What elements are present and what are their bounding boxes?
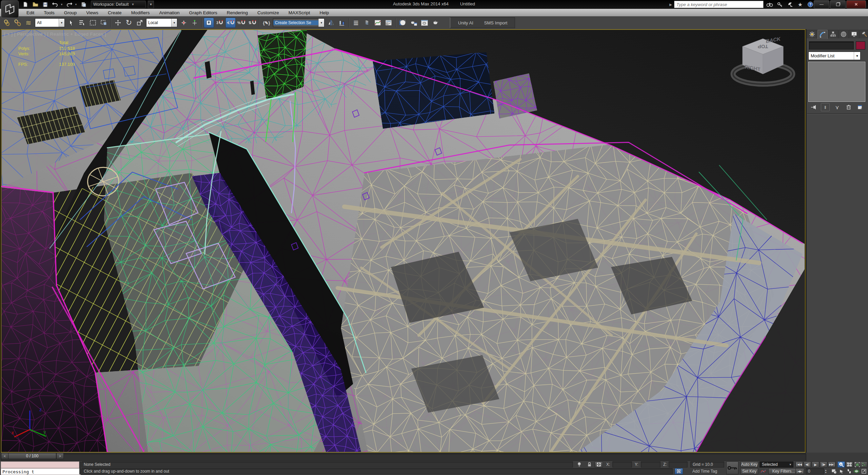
track-bar[interactable] (1, 453, 806, 461)
infocenter-collapse-icon[interactable]: ▶ (669, 3, 672, 6)
time-slider-handle[interactable]: 0 / 100 (8, 453, 56, 459)
schematic-view-icon[interactable] (383, 18, 394, 28)
remove-modifier-icon[interactable] (845, 103, 853, 111)
default-in-out-tangents-icon[interactable] (760, 468, 767, 474)
time-configuration-icon[interactable] (831, 468, 837, 474)
listener-splitter[interactable] (79, 461, 81, 474)
project-folder-button[interactable] (79, 1, 88, 8)
z-coord-field[interactable] (669, 461, 688, 468)
scene-canvas[interactable] (1, 30, 805, 452)
snap-toggle-3d-icon[interactable]: 3 (215, 18, 225, 28)
tab-hierarchy[interactable] (828, 30, 838, 38)
previous-frame-button[interactable]: ◀|| (804, 461, 811, 468)
zoom-extents-all-button[interactable] (860, 461, 867, 468)
window-crossing-icon[interactable] (99, 18, 109, 28)
selection-filter-dropdown[interactable]: All▼ (35, 18, 65, 27)
adaptive-degradation-icon[interactable] (576, 461, 583, 468)
walk-through-icon[interactable] (846, 468, 852, 474)
unity-ai-button[interactable]: Unity AI (454, 19, 477, 27)
viewport-label[interactable]: [ + ] [ Perspective ] [ Realistic + Edge… (4, 32, 106, 37)
sms-import-button[interactable]: SMS Import (480, 19, 512, 27)
viewcube[interactable]: TOP RIGHT BACK (726, 33, 800, 90)
orbit-icon[interactable] (853, 468, 860, 474)
rectangular-selection-region-icon[interactable] (88, 18, 98, 28)
tab-modify[interactable] (817, 30, 828, 39)
next-frame-button[interactable]: ||▶ (820, 461, 827, 468)
selection-lock-icon[interactable] (586, 461, 593, 468)
menu-edit[interactable]: Edit (22, 9, 39, 16)
communication-center-icon[interactable] (786, 1, 794, 8)
current-frame-field[interactable]: 0 (806, 468, 824, 474)
menu-modifiers[interactable]: Modifiers (126, 9, 155, 16)
layer-manager-icon[interactable]: ≣ (351, 18, 361, 28)
time-next-button[interactable]: > (56, 453, 64, 459)
configure-modifier-sets-icon[interactable] (856, 103, 864, 111)
maxscript-mini-listener-white[interactable]: Processing t (1, 468, 81, 475)
mirror-icon[interactable] (326, 18, 336, 28)
zoom-button[interactable]: ± (837, 461, 845, 468)
tab-create[interactable] (807, 30, 817, 38)
menu-group[interactable]: Group (59, 9, 82, 16)
select-and-manipulate-icon[interactable] (190, 18, 200, 28)
undo-button[interactable] (51, 1, 59, 8)
go-to-end-button[interactable]: ▶▶| (828, 461, 835, 468)
tab-utilities[interactable] (860, 30, 868, 38)
set-keys-button[interactable] (726, 461, 738, 474)
menu-maxscript[interactable]: MAXScript (284, 9, 315, 16)
auto-key-button[interactable]: Auto Key (741, 461, 758, 468)
menu-help[interactable]: Help (315, 9, 334, 16)
minimize-button[interactable]: — (814, 0, 829, 8)
select-by-name-icon[interactable] (77, 18, 87, 28)
zoom-all-button[interactable] (846, 461, 853, 468)
show-end-result-icon[interactable]: ‖ (821, 103, 830, 111)
maxscript-mini-listener-pink[interactable] (1, 461, 79, 468)
menu-tools[interactable]: Tools (39, 9, 59, 16)
object-name-field[interactable] (809, 41, 854, 50)
redo-button[interactable] (65, 1, 74, 8)
perspective-viewport[interactable]: [ + ] [ Perspective ] [ Realistic + Edge… (1, 29, 806, 453)
rendered-frame-window-icon[interactable] (419, 18, 430, 28)
x-coord-field[interactable] (612, 461, 632, 468)
tab-display[interactable] (849, 30, 859, 38)
modifier-list-dropdown[interactable]: Modifier List▼ (808, 52, 861, 60)
select-and-move-icon[interactable] (113, 18, 123, 28)
key-mode-dropdown[interactable]: Selected▼ (760, 461, 793, 468)
use-pivot-point-center-icon[interactable] (179, 18, 189, 28)
go-to-start-button[interactable]: |◀◀ (795, 461, 803, 468)
y-coord-field[interactable] (641, 461, 660, 468)
open-file-button[interactable] (31, 1, 40, 8)
set-key-button[interactable]: Set Key (741, 468, 758, 474)
select-and-rotate-icon[interactable]: ↻ (124, 18, 134, 28)
edit-named-selection-sets-icon[interactable]: {✎} (261, 18, 272, 28)
pin-stack-icon[interactable] (809, 103, 817, 111)
menu-create[interactable]: Create (103, 9, 126, 16)
select-and-link-icon[interactable] (2, 18, 12, 28)
render-setup-icon[interactable] (409, 18, 419, 28)
render-production-icon[interactable] (430, 18, 440, 28)
pan-view-icon[interactable] (838, 468, 845, 474)
make-unique-icon[interactable]: ⋎ (833, 103, 841, 111)
time-prev-button[interactable]: < (1, 453, 8, 459)
reference-coordinate-system-dropdown[interactable]: Local▼ (146, 18, 177, 27)
object-color-swatch[interactable] (856, 41, 865, 50)
new-file-button[interactable] (21, 1, 30, 8)
align-icon[interactable] (337, 18, 347, 28)
restore-button[interactable] (830, 0, 846, 8)
sign-in-key-icon[interactable] (776, 1, 784, 8)
quickbar-flyout-button[interactable]: ▼ (148, 1, 154, 8)
save-file-button[interactable] (41, 1, 50, 8)
search-icon[interactable] (766, 1, 774, 8)
select-and-scale-icon[interactable] (135, 18, 145, 28)
frame-spinner[interactable]: ▲▼ (825, 468, 829, 474)
maximize-viewport-toggle-icon[interactable] (861, 468, 867, 474)
menu-rendering[interactable]: Rendering (222, 9, 253, 16)
menu-animation[interactable]: Animation (154, 9, 184, 16)
percent-snap-toggle-icon[interactable]: % (236, 18, 246, 28)
tab-motion[interactable] (839, 30, 849, 38)
add-time-tag-button[interactable]: Add Time Tag (692, 468, 717, 474)
close-button[interactable]: ✕ (846, 0, 866, 8)
menu-graph-editors[interactable]: Graph Editors (184, 9, 222, 16)
undo-dropdown-caret[interactable]: ▼ (60, 3, 64, 6)
keyboard-shortcut-override-icon[interactable] (204, 18, 214, 28)
key-step-toggle[interactable]: |◀▶| (795, 468, 804, 474)
